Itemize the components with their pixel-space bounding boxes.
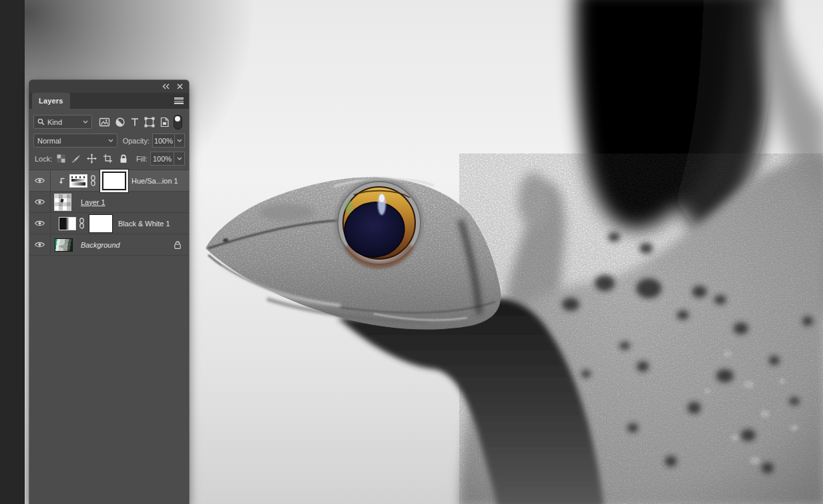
fill-dropdown-button[interactable] xyxy=(174,152,185,166)
layer-mask-thumbnail[interactable] xyxy=(89,214,113,233)
layer-thumbnail-transparent[interactable] xyxy=(54,194,71,211)
blend-mode-dropdown[interactable]: Normal xyxy=(33,134,117,148)
collapse-panel-icon[interactable] xyxy=(162,83,170,89)
opacity-dropdown-button[interactable] xyxy=(175,134,185,148)
panel-titlebar xyxy=(29,80,189,93)
close-panel-icon[interactable] xyxy=(177,83,183,89)
visibility-toggle[interactable] xyxy=(29,170,51,191)
layer-name[interactable]: Background xyxy=(81,241,120,249)
smart-object-filter-icon[interactable] xyxy=(160,117,170,128)
eye-icon xyxy=(34,220,45,227)
layers-panel: Layers Kind xyxy=(29,80,189,504)
chevron-down-icon xyxy=(177,139,182,142)
adjustment-thumbnail-hue-saturation[interactable] xyxy=(69,174,87,188)
fill-label: Fill: xyxy=(136,155,148,163)
lock-label: Lock: xyxy=(35,155,52,163)
filter-kind-label: Kind xyxy=(47,118,80,126)
frog-eye xyxy=(338,182,421,265)
chevron-down-icon xyxy=(83,120,88,123)
filter-kind-dropdown[interactable]: Kind xyxy=(33,115,92,129)
layer-row-layer1[interactable]: Layer 1 xyxy=(29,192,189,213)
chevron-down-icon xyxy=(108,139,113,142)
layers-list: Hue/Sa...ion 1 Layer 1 xyxy=(29,170,189,256)
eye-icon xyxy=(34,177,45,184)
panel-tabbar: Layers xyxy=(29,93,189,109)
clipping-mask-icon xyxy=(57,177,65,185)
eye-icon xyxy=(34,241,45,248)
fill-value[interactable]: 100% xyxy=(150,152,174,166)
lock-all-icon[interactable] xyxy=(119,154,128,164)
layer-row-black-white[interactable]: Black & White 1 xyxy=(29,213,189,234)
layer-row-background[interactable]: Background xyxy=(29,234,189,256)
type-layer-filter-icon[interactable] xyxy=(130,117,140,128)
lock-row: Lock: xyxy=(33,152,185,166)
shape-layer-filter-icon[interactable] xyxy=(144,117,155,128)
frog-nostril xyxy=(223,238,228,242)
mask-link-icon xyxy=(90,175,96,186)
app-left-strip xyxy=(0,0,25,504)
layer-name[interactable]: Black & White 1 xyxy=(118,220,170,228)
chevron-down-icon xyxy=(177,157,182,160)
panel-menu-icon[interactable] xyxy=(174,97,184,104)
visibility-toggle[interactable] xyxy=(29,213,51,234)
photoshop-window: Layers Kind xyxy=(0,0,823,504)
magnifier-icon xyxy=(37,118,45,125)
visibility-toggle[interactable] xyxy=(29,192,51,212)
lock-image-pixels-icon[interactable] xyxy=(71,154,81,164)
layer-row-hue-saturation[interactable]: Hue/Sa...ion 1 xyxy=(29,170,189,192)
panel-body: Kind xyxy=(29,115,189,256)
lock-transparent-pixels-icon[interactable] xyxy=(57,154,65,163)
mask-link-icon xyxy=(79,218,85,229)
pixel-layer-filter-icon[interactable] xyxy=(99,117,110,128)
lock-artboard-icon[interactable] xyxy=(103,154,113,164)
adjustment-layer-filter-icon[interactable] xyxy=(115,117,125,128)
filter-toggle-switch[interactable] xyxy=(174,115,182,130)
opacity-value[interactable]: 100% xyxy=(152,134,175,148)
tab-layers[interactable]: Layers xyxy=(32,93,70,109)
lock-position-icon[interactable] xyxy=(87,154,97,164)
layer-thumbnail-photo[interactable] xyxy=(55,238,73,252)
opacity-label: Opacity: xyxy=(123,137,150,145)
layer-locked-icon xyxy=(174,240,182,250)
eye-icon xyxy=(34,198,45,206)
layer-name[interactable]: Hue/Sa...ion 1 xyxy=(131,177,178,185)
photo-bottomright-vignette xyxy=(494,174,823,504)
visibility-toggle[interactable] xyxy=(29,234,51,255)
adjustment-thumbnail-black-white[interactable] xyxy=(59,217,76,230)
blend-row: Normal Opacity: 100% xyxy=(33,134,185,148)
filter-row: Kind xyxy=(33,115,185,129)
layer-mask-thumbnail[interactable] xyxy=(102,172,126,190)
blend-mode-label: Normal xyxy=(37,137,105,145)
layer-name[interactable]: Layer 1 xyxy=(81,198,105,206)
